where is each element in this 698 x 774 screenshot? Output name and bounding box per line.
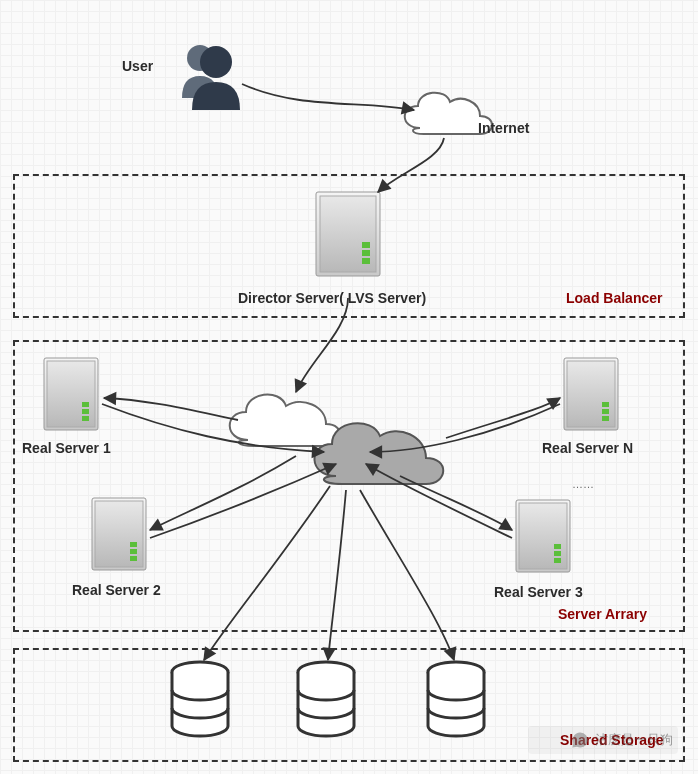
svg-rect-5 <box>362 250 370 256</box>
server-array-label: Server Arrary <box>558 606 647 622</box>
svg-point-1 <box>200 46 232 78</box>
real-server-3-icon <box>516 500 570 572</box>
ellipsis-label: …… <box>572 478 594 490</box>
connectors <box>102 84 560 660</box>
svg-rect-15 <box>130 549 137 554</box>
svg-rect-6 <box>362 258 370 264</box>
real-server-n-icon <box>564 358 618 430</box>
storage-2-icon <box>298 662 354 736</box>
svg-rect-4 <box>362 242 370 248</box>
real-server-1-label: Real Server 1 <box>22 440 111 456</box>
svg-rect-14 <box>130 542 137 547</box>
user-icon <box>182 45 240 110</box>
director-server-icon <box>316 192 380 276</box>
real-server-1-icon <box>44 358 98 430</box>
watermark: 沽麽是一只狗 <box>571 731 673 749</box>
real-server-n-label: Real Server N <box>542 440 633 456</box>
svg-rect-21 <box>554 558 561 563</box>
storage-3-icon <box>428 662 484 736</box>
chat-bubble-icon <box>571 731 589 749</box>
real-server-2-label: Real Server 2 <box>72 582 161 598</box>
svg-rect-19 <box>554 544 561 549</box>
diagram-svg <box>0 0 698 774</box>
internet-label: Internet <box>478 120 529 136</box>
svg-rect-16 <box>130 556 137 561</box>
svg-rect-26 <box>602 416 609 421</box>
svg-rect-20 <box>554 551 561 556</box>
user-label: User <box>122 58 153 74</box>
svg-rect-9 <box>82 402 89 407</box>
storage-1-icon <box>172 662 228 736</box>
real-server-2-icon <box>92 498 146 570</box>
svg-rect-24 <box>602 402 609 407</box>
svg-rect-25 <box>602 409 609 414</box>
real-server-3-label: Real Server 3 <box>494 584 583 600</box>
director-label: Director Server( LVS Server) <box>238 290 426 306</box>
svg-rect-11 <box>82 416 89 421</box>
watermark-text: 沽麽是一只狗 <box>595 731 673 749</box>
cloud-left-icon <box>230 395 340 446</box>
load-balancer-label: Load Balancer <box>566 290 662 306</box>
svg-rect-10 <box>82 409 89 414</box>
